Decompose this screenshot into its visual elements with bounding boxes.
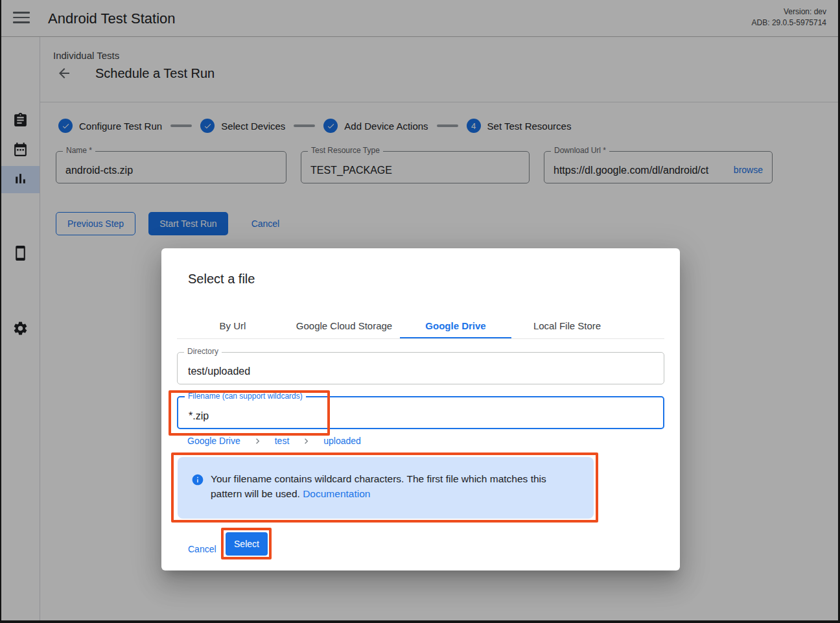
breadcrumb-subfolder-link[interactable]: uploaded: [323, 436, 361, 446]
dialog-title: Select a file: [188, 272, 255, 287]
file-source-tabs: By Url Google Cloud Storage Google Drive…: [177, 313, 623, 339]
dialog-select-button[interactable]: Select: [226, 532, 268, 556]
chevron-right-icon: [301, 436, 312, 447]
filename-field[interactable]: [178, 397, 663, 428]
wildcard-info-alert: Your filename contains wildcard characte…: [178, 457, 594, 519]
app-window: Android Test Station Version: dev ADB: 2…: [0, 0, 840, 623]
directory-field-label: Directory: [184, 347, 222, 356]
chevron-right-icon: [252, 436, 263, 447]
tabs-divider: [177, 338, 664, 339]
tab-google-drive[interactable]: Google Drive: [400, 313, 511, 339]
documentation-link[interactable]: Documentation: [303, 488, 370, 499]
breadcrumb-folder-link[interactable]: test: [275, 436, 290, 446]
tab-google-cloud-storage[interactable]: Google Cloud Storage: [288, 313, 400, 339]
drive-breadcrumb: Google Drive test uploaded: [187, 434, 361, 447]
alert-message: Your filename contains wildcard characte…: [211, 471, 578, 501]
directory-field[interactable]: [178, 353, 664, 384]
select-file-dialog: Select a file By Url Google Cloud Storag…: [161, 248, 680, 570]
filename-field-group: Filename (can support wildcards): [177, 396, 664, 429]
breadcrumb-root-link[interactable]: Google Drive: [187, 436, 240, 446]
filename-field-label: Filename (can support wildcards): [185, 392, 306, 401]
alert-message-text: Your filename contains wildcard characte…: [211, 473, 546, 499]
dialog-cancel-button[interactable]: Cancel: [178, 537, 227, 561]
tab-by-url[interactable]: By Url: [177, 313, 288, 339]
directory-field-group: Directory: [177, 352, 664, 384]
info-icon: [191, 473, 204, 486]
tab-local-file-store[interactable]: Local File Store: [511, 313, 623, 339]
